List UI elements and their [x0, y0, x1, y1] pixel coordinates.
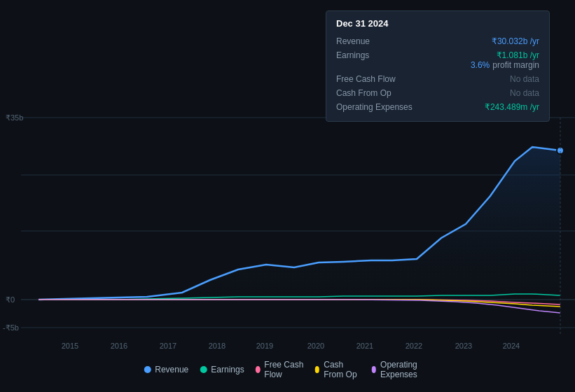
legend-label-fcf: Free Cash Flow [264, 360, 303, 379]
chart-container: Dec 31 2024 Revenue ₹30.032b /yr Earning… [0, 0, 575, 392]
tooltip-cfo-row: Cash From Op No data [336, 86, 539, 100]
svg-text:2018: 2018 [209, 342, 226, 350]
profit-margin: 3.6% profit margin [471, 60, 539, 70]
svg-text:2023: 2023 [455, 342, 472, 350]
tooltip-fcf-row: Free Cash Flow No data [336, 72, 539, 86]
tooltip-earnings-row: Earnings ₹1.081b /yr 3.6% profit margin [336, 48, 539, 72]
svg-text:2021: 2021 [356, 342, 373, 350]
legend-label-opex: Operating Expenses [380, 360, 431, 379]
legend-item-cfo[interactable]: Cash From Op [315, 360, 361, 379]
tooltip-revenue-label: Revenue [336, 36, 420, 46]
legend-item-earnings[interactable]: Earnings [200, 365, 244, 374]
legend-label-revenue: Revenue [155, 365, 188, 374]
legend-label-earnings: Earnings [211, 365, 244, 374]
chart-legend: Revenue Earnings Free Cash Flow Cash Fro… [144, 360, 431, 379]
svg-text:2019: 2019 [256, 342, 273, 350]
svg-text:2016: 2016 [111, 342, 127, 350]
legend-dot-cfo [315, 366, 320, 373]
legend-item-revenue[interactable]: Revenue [144, 365, 188, 374]
tooltip-cfo-label: Cash From Op [336, 88, 420, 98]
tooltip-fcf-value: No data [510, 74, 539, 84]
svg-text:2024: 2024 [503, 342, 520, 350]
tooltip-opex-value: ₹243.489m /yr [485, 102, 539, 112]
tooltip-panel: Dec 31 2024 Revenue ₹30.032b /yr Earning… [326, 10, 550, 122]
legend-label-cfo: Cash From Op [324, 360, 360, 379]
legend-dot-opex [371, 366, 376, 373]
tooltip-fcf-label: Free Cash Flow [336, 74, 420, 84]
tooltip-date: Dec 31 2024 [336, 18, 539, 29]
legend-item-opex[interactable]: Operating Expenses [371, 360, 431, 379]
tooltip-opex-row: Operating Expenses ₹243.489m /yr [336, 100, 539, 114]
svg-text:₹0: ₹0 [6, 295, 15, 304]
svg-text:-₹5b: -₹5b [3, 323, 19, 332]
tooltip-opex-label: Operating Expenses [336, 102, 420, 112]
tooltip-revenue-value: ₹30.032b /yr [492, 36, 539, 46]
svg-text:₹35b: ₹35b [6, 113, 23, 122]
legend-dot-revenue [144, 366, 151, 373]
tooltip-earnings-value: ₹1.081b /yr [471, 50, 539, 60]
tooltip-earnings-label: Earnings [336, 50, 420, 60]
tooltip-revenue-row: Revenue ₹30.032b /yr [336, 34, 539, 48]
svg-text:2017: 2017 [160, 342, 176, 350]
legend-item-fcf[interactable]: Free Cash Flow [256, 360, 304, 379]
legend-dot-fcf [256, 366, 261, 373]
svg-text:2020: 2020 [307, 342, 324, 350]
svg-text:2022: 2022 [406, 342, 422, 350]
tooltip-cfo-value: No data [510, 88, 539, 98]
legend-dot-earnings [200, 366, 207, 373]
svg-text:2015: 2015 [62, 342, 78, 350]
